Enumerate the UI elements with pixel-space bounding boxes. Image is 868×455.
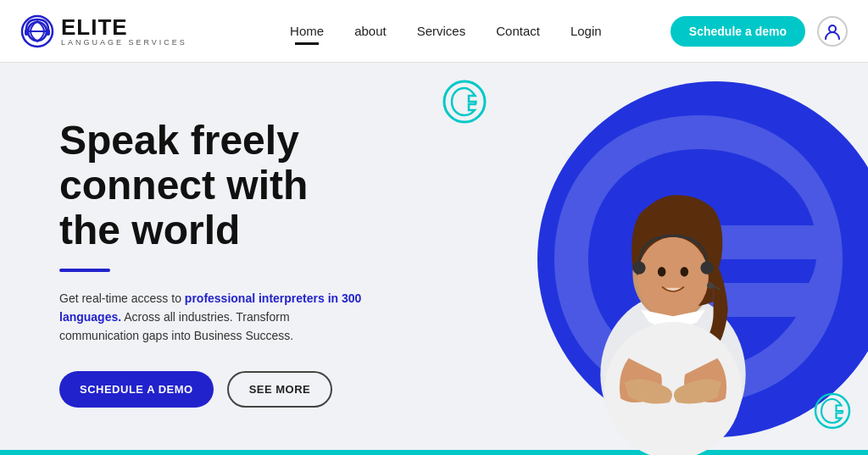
cta-schedule-btn[interactable]: SCHEDULE A DEMO [59, 371, 214, 408]
btn-row: SCHEDULE A DEMO SEE MORE [59, 371, 375, 408]
logo-icon [20, 14, 54, 48]
teal-e-icon-bottom [814, 392, 851, 430]
person-svg [546, 116, 800, 455]
user-icon[interactable] [817, 16, 848, 47]
hero-description: Get real-time access to professional int… [59, 289, 364, 346]
header-schedule-btn[interactable]: Schedule a demo [670, 16, 805, 47]
hero-title-line1: Speak freely [59, 118, 299, 163]
svg-point-5 [829, 25, 836, 32]
desc-normal1: Get real-time access to [59, 291, 185, 305]
user-svg [823, 22, 842, 41]
svg-point-14 [707, 282, 714, 289]
header-right: Schedule a demo [670, 16, 848, 47]
logo-subtitle: LANGUAGE SERVICES [61, 38, 187, 47]
logo-text-area: ELITE LANGUAGE SERVICES [61, 16, 187, 47]
svg-point-13 [681, 267, 689, 276]
svg-rect-3 [25, 29, 29, 36]
main-section: Speak freely connect with the world Get … [0, 63, 868, 455]
nav-contact[interactable]: Contact [496, 24, 540, 38]
person-image [529, 99, 817, 455]
logo-title: ELITE [61, 16, 187, 38]
right-content [417, 63, 868, 455]
nav-home[interactable]: Home [290, 24, 324, 38]
main-nav: Home about Services Contact Login [290, 24, 602, 38]
svg-point-16 [700, 261, 713, 274]
logo-area: ELITE LANGUAGE SERVICES [20, 14, 187, 48]
nav-login[interactable]: Login [570, 24, 602, 38]
svg-rect-4 [46, 29, 50, 36]
left-content: Speak freely connect with the world Get … [0, 63, 417, 455]
hero-title: Speak freely connect with the world [59, 119, 375, 252]
header: ELITE LANGUAGE SERVICES Home about Servi… [0, 0, 868, 63]
nav-services[interactable]: Services [417, 24, 466, 38]
nav-about[interactable]: about [354, 24, 387, 38]
svg-point-15 [632, 261, 645, 274]
svg-point-11 [637, 237, 709, 318]
hero-title-line2: connect with [59, 163, 308, 208]
hero-title-line3: the world [59, 208, 240, 252]
teal-e-icon-top [442, 80, 487, 124]
blue-underline [59, 269, 110, 272]
see-more-btn[interactable]: SEE MORE [227, 371, 333, 408]
svg-point-12 [658, 267, 666, 276]
